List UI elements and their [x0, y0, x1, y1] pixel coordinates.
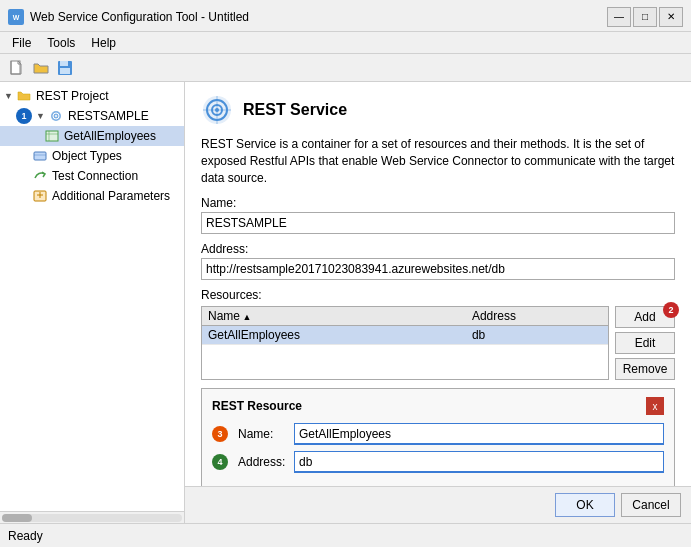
menu-bar: File Tools Help [0, 32, 691, 54]
svg-point-11 [55, 115, 57, 117]
folder-icon [16, 88, 32, 104]
badge-3: 3 [212, 426, 228, 442]
resource-name-cell: GetAllEmployees [202, 326, 466, 345]
minimize-button[interactable]: — [607, 7, 631, 27]
testconn-icon [32, 168, 48, 184]
svg-text:W: W [13, 14, 20, 21]
sidebar-scrollbar[interactable] [0, 511, 184, 523]
panel-close-button[interactable]: x [646, 397, 664, 415]
panel-name-input[interactable] [294, 423, 664, 445]
content-area: REST Service REST Service is a container… [185, 82, 691, 523]
status-text: Ready [8, 529, 43, 543]
badge-1: 1 [16, 108, 32, 124]
sidebar-item-rest-project[interactable]: ▼ REST Project [0, 86, 184, 106]
content-header: REST Service [201, 94, 675, 126]
dialog-footer: OK Cancel [185, 486, 691, 523]
tree-arrow-restsample: ▼ [36, 111, 48, 121]
sidebar-label-additional-parameters: Additional Parameters [52, 189, 170, 203]
name-label: Name: [201, 196, 675, 210]
svg-rect-6 [60, 61, 68, 66]
remove-button[interactable]: Remove [615, 358, 675, 380]
window-title: Web Service Configuration Tool - Untitle… [30, 10, 249, 24]
sidebar-item-restsample[interactable]: 1 ▼ RESTSAMPLE [0, 106, 184, 126]
resources-table-wrap: Name Address GetAllEmployees db [201, 306, 609, 380]
panel-address-row: 4 Address: [212, 451, 664, 473]
sidebar-item-test-connection[interactable]: Test Connection [0, 166, 184, 186]
sidebar-label-rest-project: REST Project [36, 89, 108, 103]
toolbar [0, 54, 691, 82]
panel-name-row: 3 Name: [212, 423, 664, 445]
content-title: REST Service [243, 101, 347, 119]
col-name[interactable]: Name [202, 307, 466, 326]
addparams-icon [32, 188, 48, 204]
rest-service-icon [201, 94, 233, 126]
sidebar-label-test-connection: Test Connection [52, 169, 138, 183]
menu-tools[interactable]: Tools [39, 34, 83, 52]
sidebar-item-object-types[interactable]: Object Types [0, 146, 184, 166]
sidebar-label-object-types: Object Types [52, 149, 122, 163]
svg-rect-12 [46, 131, 58, 141]
objecttypes-icon [32, 148, 48, 164]
rest-resource-panel: REST Resource x 3 Name: 4 Address: [201, 388, 675, 488]
ok-button[interactable]: OK [555, 493, 615, 517]
address-label: Address: [201, 242, 675, 256]
new-button[interactable] [6, 57, 28, 79]
save-button[interactable] [54, 57, 76, 79]
tree-area: ▼ REST Project 1 ▼ [0, 82, 184, 511]
service-icon [48, 108, 64, 124]
scrollbar-track [2, 514, 182, 522]
scrollbar-thumb [2, 514, 32, 522]
panel-address-label: Address: [238, 455, 288, 469]
table-row[interactable]: GetAllEmployees db [202, 326, 608, 345]
svg-rect-8 [68, 62, 70, 65]
sidebar-item-additional-parameters[interactable]: Additional Parameters [0, 186, 184, 206]
panel-title-bar: REST Resource x [212, 397, 664, 415]
tree-arrow: ▼ [4, 91, 16, 101]
badge-4: 4 [212, 454, 228, 470]
address-input[interactable] [201, 258, 675, 280]
resources-table: Name Address GetAllEmployees db [202, 307, 608, 345]
resources-label: Resources: [201, 288, 675, 302]
menu-file[interactable]: File [4, 34, 39, 52]
table-buttons: 2 Add Edit Remove [615, 306, 675, 380]
app-icon: W [8, 9, 24, 25]
content-description: REST Service is a container for a set of… [201, 136, 675, 186]
svg-rect-2 [11, 61, 20, 74]
resource-icon [44, 128, 60, 144]
sidebar-label-getallemployees: GetAllEmployees [64, 129, 156, 143]
resource-address-cell: db [466, 326, 608, 345]
close-button[interactable]: ✕ [659, 7, 683, 27]
svg-rect-15 [34, 152, 46, 160]
open-button[interactable] [30, 57, 52, 79]
sidebar-label-restsample: RESTSAMPLE [68, 109, 149, 123]
status-bar: Ready [0, 523, 691, 547]
maximize-button[interactable]: □ [633, 7, 657, 27]
edit-button[interactable]: Edit [615, 332, 675, 354]
sidebar: ▼ REST Project 1 ▼ [0, 82, 185, 523]
sidebar-item-getallemployees[interactable]: GetAllEmployees [0, 126, 184, 146]
title-bar: W Web Service Configuration Tool - Untit… [0, 0, 691, 32]
panel-address-input[interactable] [294, 451, 664, 473]
col-address[interactable]: Address [466, 307, 608, 326]
window-controls: — □ ✕ [607, 7, 683, 27]
main-container: ▼ REST Project 1 ▼ [0, 82, 691, 523]
resources-container: Name Address GetAllEmployees db 2 [201, 306, 675, 380]
cancel-button[interactable]: Cancel [621, 493, 681, 517]
badge-2: 2 [663, 302, 679, 318]
panel-name-label: Name: [238, 427, 288, 441]
menu-help[interactable]: Help [83, 34, 124, 52]
svg-rect-7 [60, 68, 70, 74]
name-input[interactable] [201, 212, 675, 234]
panel-title: REST Resource [212, 399, 302, 413]
